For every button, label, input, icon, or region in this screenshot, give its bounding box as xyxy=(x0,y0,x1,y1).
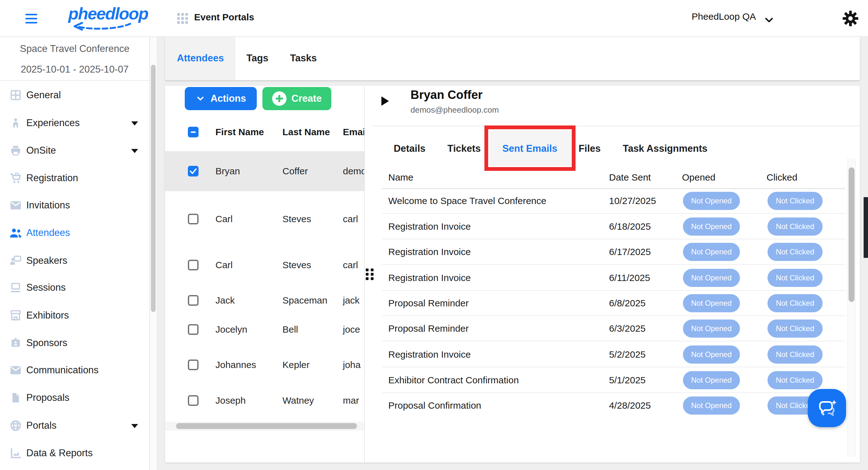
sidebar-item-invitations[interactable]: Invitations xyxy=(0,195,149,215)
row-checkbox-checked[interactable] xyxy=(188,166,198,176)
cart-plus-icon xyxy=(9,171,23,185)
sent-email-row[interactable]: Welcome to Space Travel Conference 10/27… xyxy=(382,188,845,214)
sidebar-item-communications[interactable]: Communications xyxy=(0,360,149,380)
row-checkbox[interactable] xyxy=(188,395,198,406)
email-column-date: Date Sent xyxy=(609,172,651,183)
select-all-checkbox[interactable] xyxy=(188,127,198,137)
sidebar-item-sessions[interactable]: Sessions xyxy=(0,277,149,298)
chat-bubbles-icon xyxy=(815,396,839,420)
status-badge-opened: Not Opened xyxy=(683,294,740,312)
sidebar-item-proposals[interactable]: Proposals xyxy=(0,388,149,408)
envelope-icon xyxy=(9,363,23,377)
sent-email-row[interactable]: Registration Invoice 6/17/2025 Not Opene… xyxy=(382,239,845,265)
panel-divider xyxy=(364,86,365,463)
status-badge-opened: Not Opened xyxy=(683,397,740,414)
status-badge-clicked: Not Clicked xyxy=(768,371,823,389)
annotation-red-box xyxy=(485,126,576,171)
badge-icon xyxy=(9,336,23,350)
row-checkbox[interactable] xyxy=(188,214,198,224)
main-tab-strip: Attendees Tags Tasks xyxy=(165,37,860,80)
tab-tags[interactable]: Tags xyxy=(246,53,268,64)
sidebar-item-exhibitors[interactable]: Exhibitors xyxy=(0,305,149,326)
actions-button[interactable]: Actions xyxy=(185,87,257,110)
detail-tab-task-assignments[interactable]: Task Assignments xyxy=(623,143,707,154)
status-badge-opened: Not Opened xyxy=(683,371,740,389)
tab-attendees[interactable]: Attendees xyxy=(177,53,224,64)
sent-email-row[interactable]: Proposal Confirmation 4/28/2025 Not Open… xyxy=(382,393,845,418)
sent-email-row[interactable]: Registration Invoice 6/11/2025 Not Opene… xyxy=(382,265,845,291)
attendee-row[interactable]: Carl Steves carl xyxy=(165,249,364,281)
panel-resize-handle[interactable] xyxy=(366,268,374,280)
row-checkbox[interactable] xyxy=(188,360,198,370)
tab-tasks[interactable]: Tasks xyxy=(290,53,317,64)
collapse-detail-arrow-icon[interactable] xyxy=(381,96,389,106)
chevron-down-icon xyxy=(195,94,206,104)
attendee-row[interactable]: Jack Spaceman jack xyxy=(165,285,364,316)
attendee-row[interactable]: Joseph Watney mar xyxy=(165,385,364,416)
status-badge-opened: Not Opened xyxy=(683,320,740,338)
sidebar-item-experiences[interactable]: Experiences xyxy=(0,113,149,133)
chevron-down-icon[interactable] xyxy=(763,14,775,26)
status-badge-opened: Not Opened xyxy=(683,243,740,261)
column-header-first-name[interactable]: First Name xyxy=(215,127,264,137)
sidebar-item-sponsors[interactable]: Sponsors xyxy=(0,333,149,353)
sent-email-row[interactable]: Exhibitor Contract Confirmation 5/1/2025… xyxy=(382,367,845,393)
row-checkbox[interactable] xyxy=(188,295,198,306)
caret-down-icon xyxy=(131,149,138,153)
sidebar-item-registration[interactable]: Registration xyxy=(0,168,149,188)
screen-edge-scroll-indicator[interactable] xyxy=(864,197,868,258)
detail-tab-tickets[interactable]: Tickets xyxy=(447,143,480,154)
sidebar-item-onsite[interactable]: OnSite xyxy=(0,140,149,161)
sidebar-item-speakers[interactable]: Speakers xyxy=(0,250,149,271)
people-icon xyxy=(9,226,23,240)
content-card: Actions Create First Name Last Name Emai… xyxy=(165,86,860,463)
sidebar-scrollbar-thumb[interactable] xyxy=(151,65,156,312)
chart-icon xyxy=(9,446,23,460)
attendee-row[interactable]: Johannes Kepler joha xyxy=(165,349,364,380)
logo-text: pheedloop xyxy=(68,4,137,23)
status-badge-opened: Not Opened xyxy=(683,345,740,364)
row-checkbox[interactable] xyxy=(188,260,198,270)
vertical-scrollbar-thumb[interactable] xyxy=(848,167,855,302)
top-bar: pheedloop Event Portals PheedLoop QA xyxy=(0,0,868,37)
status-badge-clicked: Not Clicked xyxy=(768,243,823,261)
hamburger-menu-icon[interactable] xyxy=(25,13,37,24)
org-switcher[interactable]: PheedLoop QA xyxy=(692,11,756,22)
sidebar-item-general[interactable]: General xyxy=(0,85,149,105)
support-chat-button[interactable] xyxy=(808,389,846,427)
pheedloop-logo[interactable]: pheedloop xyxy=(68,4,137,33)
plus-icon xyxy=(272,91,286,106)
sidebar-divider xyxy=(0,80,149,81)
logo-dashed-arrow-icon xyxy=(70,22,133,31)
attendee-row[interactable]: Bryan Coffer demos@pheedloop.com xyxy=(165,156,364,187)
status-badge-clicked: Not Clicked xyxy=(768,269,823,287)
document-icon xyxy=(9,391,23,405)
status-badge-clicked: Not Clicked xyxy=(768,192,823,210)
detail-header-divider xyxy=(373,126,860,126)
event-name: Space Travel Conference xyxy=(0,43,149,55)
detail-tab-files[interactable]: Files xyxy=(579,143,601,154)
sidebar: Space Travel Conference 2025-10-01 - 202… xyxy=(0,37,150,470)
sent-email-row[interactable]: Proposal Reminder 6/8/2025 Not Opened No… xyxy=(382,291,845,316)
sent-email-row[interactable]: Registration Invoice 5/2/2025 Not Opened… xyxy=(382,342,845,367)
attendee-list-panel: Actions Create First Name Last Name Emai… xyxy=(165,86,364,463)
column-header-last-name[interactable]: Last Name xyxy=(282,127,330,137)
person-icon xyxy=(9,116,23,130)
create-button[interactable]: Create xyxy=(262,87,331,110)
row-checkbox[interactable] xyxy=(188,324,198,335)
attendee-row[interactable]: Jocelyn Bell joce xyxy=(165,314,364,345)
sidebar-item-data-reports[interactable]: Data & Reports xyxy=(0,443,149,463)
presenter-icon xyxy=(9,254,23,268)
envelope-icon xyxy=(9,198,23,212)
email-column-opened: Opened xyxy=(682,172,715,183)
detail-tab-details[interactable]: Details xyxy=(394,143,426,154)
settings-gear-icon[interactable] xyxy=(842,10,859,27)
attendee-row[interactable]: Carl Steves carl xyxy=(165,203,364,235)
sent-email-row[interactable]: Proposal Reminder 6/3/2025 Not Opened No… xyxy=(382,316,845,341)
sidebar-item-attendees[interactable]: Attendees xyxy=(0,223,149,243)
sidebar-item-portals[interactable]: Portals xyxy=(0,415,149,436)
horizontal-scrollbar-thumb[interactable] xyxy=(176,423,357,429)
column-header-email[interactable]: Email xyxy=(343,127,364,137)
sent-email-row[interactable]: Registration Invoice 6/18/2025 Not Opene… xyxy=(382,214,845,239)
status-badge-clicked: Not Clicked xyxy=(768,294,823,312)
